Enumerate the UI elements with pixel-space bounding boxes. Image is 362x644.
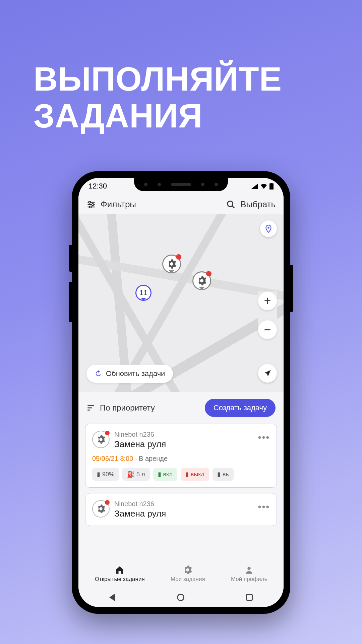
refresh-tasks-button[interactable]: Обновить задачи	[86, 365, 173, 383]
task-type-icon	[92, 431, 110, 448]
signal-icon	[251, 183, 258, 189]
select-label: Выбрать	[240, 199, 276, 210]
alert-dot-icon	[105, 500, 110, 505]
battery-icon: ▮	[97, 471, 100, 478]
svg-point-5	[228, 201, 233, 206]
status-icons	[251, 183, 274, 190]
create-task-label: Создать задачу	[214, 404, 267, 412]
wifi-icon	[260, 183, 267, 189]
android-back-button[interactable]	[109, 593, 115, 601]
task-meta: 05/06/21 8:00 · В аренде	[92, 455, 270, 463]
chip-off: ▮выкл	[181, 468, 209, 481]
refresh-icon	[95, 370, 102, 377]
gear-icon	[183, 565, 192, 575]
task-card[interactable]: Ninebot n236 Замена руля •••	[85, 493, 277, 526]
task-vehicle: Ninebot n236	[114, 431, 253, 438]
nav-label: Мой профиль	[231, 576, 267, 583]
android-home-button[interactable]	[177, 594, 184, 601]
map-layers-button[interactable]	[260, 220, 277, 237]
hero-line2: ЗАДАНИЯ	[34, 97, 282, 134]
nav-open-tasks[interactable]: Открытые задания	[95, 565, 145, 583]
map-marker-task-1[interactable]	[162, 255, 181, 273]
chip-fuel: ⛽5 л	[122, 468, 150, 481]
hero-line1: ВЫПОЛНЯЙТЕ	[34, 60, 282, 97]
nav-label: Мои задания	[171, 576, 205, 583]
status-time: 12:30	[88, 182, 107, 191]
svg-line-6	[232, 206, 235, 208]
task-date: 05/06/21 8:00	[92, 455, 133, 462]
person-icon	[244, 565, 254, 575]
map-marker-task-2[interactable]	[192, 271, 211, 290]
svg-point-3	[92, 204, 94, 206]
create-task-button[interactable]: Создать задачу	[205, 399, 276, 417]
phone-power-button	[290, 265, 293, 312]
map-cluster-marker[interactable]: 11	[135, 285, 152, 301]
map-zoom-controls: + −	[258, 291, 277, 349]
filters-button[interactable]: Фильтры	[86, 199, 136, 210]
location-arrow-icon	[263, 369, 272, 378]
task-title: Замена руля	[114, 439, 253, 449]
refresh-label: Обновить задачи	[106, 369, 165, 378]
sort-bar: По приоритету Создать задачу	[78, 392, 284, 424]
filters-label: Фильтры	[101, 199, 136, 210]
task-card[interactable]: Ninebot n236 Замена руля ••• 05/06/21 8:…	[85, 424, 277, 488]
chip-battery: ▮90%	[92, 468, 119, 481]
phone-notch	[134, 178, 228, 191]
task-title: Замена руля	[114, 508, 253, 519]
battery-icon: ▮	[185, 471, 189, 478]
battery-icon: ▮	[217, 471, 221, 478]
locate-me-button[interactable]	[258, 364, 277, 383]
alert-dot-icon	[206, 271, 212, 276]
map[interactable]: 11 + − Обновить задачи	[78, 214, 284, 392]
bottom-nav: Открытые задания Мои задания Мой профиль	[78, 557, 284, 588]
chip-extra: ▮вь	[213, 468, 234, 481]
svg-point-11	[247, 567, 250, 570]
task-type-icon	[92, 500, 110, 518]
sort-button[interactable]: По приоритету	[86, 403, 155, 413]
gear-icon	[197, 276, 207, 286]
cluster-count: 11	[139, 288, 147, 297]
sort-label: По приоритету	[100, 403, 155, 413]
android-nav-bar	[78, 588, 284, 607]
task-status: В аренде	[139, 455, 168, 462]
phone-screen: 12:30 Фильтры Выбрать	[78, 178, 284, 607]
hero-title: ВЫПОЛНЯЙТЕ ЗАДАНИЯ	[34, 60, 282, 134]
toolbar: Фильтры Выбрать	[78, 195, 284, 214]
task-vehicle: Ninebot n236	[114, 500, 253, 508]
search-icon	[226, 200, 236, 209]
zoom-out-button[interactable]: −	[258, 320, 277, 339]
svg-point-7	[267, 227, 269, 228]
home-icon	[115, 565, 124, 575]
battery-icon	[269, 183, 274, 190]
battery-icon: ▮	[158, 471, 161, 478]
alert-dot-icon	[176, 254, 181, 260]
zoom-in-button[interactable]: +	[258, 291, 277, 310]
svg-rect-1	[270, 183, 273, 183]
map-pin-icon	[264, 224, 273, 233]
nav-profile[interactable]: Мой профиль	[231, 565, 267, 583]
chip-on: ▮вкл	[153, 468, 177, 481]
nav-my-tasks[interactable]: Мои задания	[171, 565, 205, 583]
select-button[interactable]: Выбрать	[226, 199, 276, 210]
nav-label: Открытые задания	[95, 576, 145, 583]
task-more-button[interactable]: •••	[258, 431, 270, 443]
svg-point-4	[89, 206, 92, 208]
android-recent-button[interactable]	[246, 594, 253, 601]
alert-dot-icon	[105, 431, 110, 435]
task-chips: ▮90% ⛽5 л ▮вкл ▮выкл ▮вь	[92, 468, 270, 481]
sort-icon	[86, 404, 95, 412]
phone-frame: 12:30 Фильтры Выбрать	[72, 171, 290, 614]
svg-rect-0	[269, 183, 274, 190]
filters-icon	[86, 200, 96, 209]
fuel-icon: ⛽	[127, 471, 134, 478]
svg-point-2	[88, 201, 90, 203]
task-more-button[interactable]: •••	[258, 500, 270, 512]
gear-icon	[167, 259, 177, 269]
